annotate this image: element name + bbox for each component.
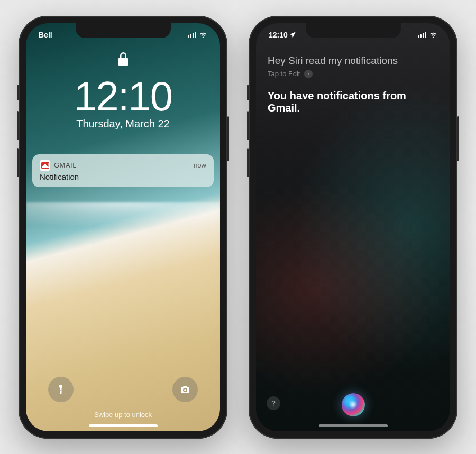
status-time: 12:10 [269,31,288,39]
phone-siri: 12:10 Hey Siri read my notifications Tap… [249,16,457,439]
gmail-icon [40,160,50,171]
signal-bars-icon [418,32,427,38]
notification-body: Notification [40,172,206,181]
volume-down-button [247,148,249,177]
siri-content: Hey Siri read my notifications Tap to Ed… [268,55,438,114]
mute-switch [17,85,19,100]
carrier-label: Bell [39,31,52,39]
camera-icon [180,384,190,395]
clock-time: 12:10 [74,76,172,117]
wifi-icon [429,31,437,39]
location-arrow-icon [290,31,296,39]
notch [76,23,171,38]
question-mark-icon: ? [271,399,276,407]
flashlight-button[interactable] [48,377,74,402]
volume-down-button [17,148,19,177]
home-indicator[interactable] [89,424,158,427]
flashlight-icon [56,384,66,395]
volume-up-button [247,111,249,140]
volume-up-button [17,111,19,140]
tap-to-edit-row[interactable]: Tap to Edit › [268,70,438,78]
power-button [457,116,459,161]
siri-query-text[interactable]: Hey Siri read my notifications [268,55,438,67]
chevron-right-icon: › [304,70,313,78]
camera-button[interactable] [172,377,198,402]
lock-screen[interactable]: Bell 12:10 Thursday, March 22 [26,23,220,431]
lock-header: 12:10 Thursday, March 22 [26,52,220,130]
swipe-hint: Swipe up to unlock [26,411,220,419]
wifi-icon [199,31,207,39]
mute-switch [247,85,249,100]
siri-screen[interactable]: 12:10 Hey Siri read my notifications Tap… [256,23,450,431]
notification-app-name: GMAIL [54,161,77,169]
power-button [227,116,229,161]
bottom-controls [26,377,220,402]
phone-lockscreen: Bell 12:10 Thursday, March 22 [19,16,227,439]
wallpaper-wave [26,202,220,245]
notch [306,23,401,38]
notification-timestamp: now [194,161,206,169]
clock-date: Thursday, March 22 [76,118,169,130]
tap-to-edit-label: Tap to Edit [268,70,300,78]
lock-icon [117,52,129,69]
siri-response-text: You have notifications from Gmail. [268,90,438,114]
signal-bars-icon [188,32,197,38]
notification-card[interactable]: GMAIL now Notification [32,154,214,187]
home-indicator[interactable] [319,424,388,427]
siri-orb-icon[interactable] [342,393,365,416]
siri-help-button[interactable]: ? [267,396,280,410]
